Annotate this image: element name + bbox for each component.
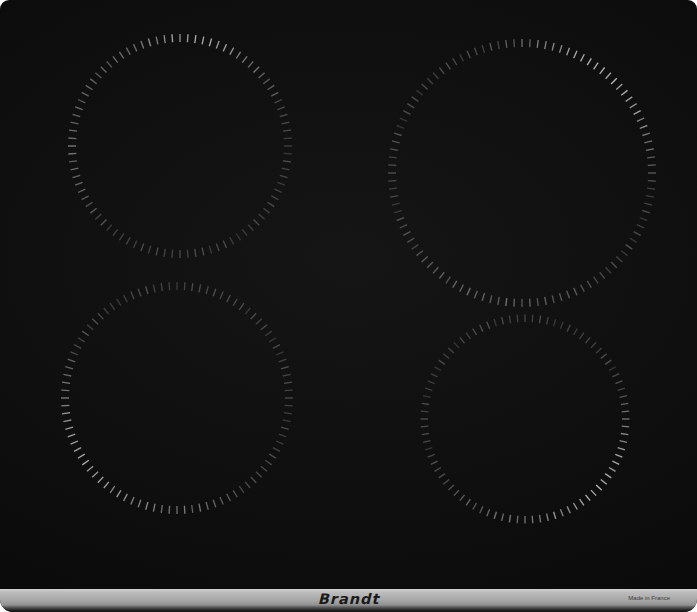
glass-surface: 2. 70 28 7 – + – + [0, 0, 697, 612]
brand-logo: Brandt [0, 591, 697, 607]
burner-zones [0, 0, 697, 612]
front-trim: Brandt Made in France [0, 589, 697, 612]
control-panel: 2. 70 28 7 – + – + [0, 536, 697, 588]
made-in-label: Made in France [628, 595, 670, 601]
induction-hob: 2. 70 28 7 – + – + [0, 0, 697, 612]
